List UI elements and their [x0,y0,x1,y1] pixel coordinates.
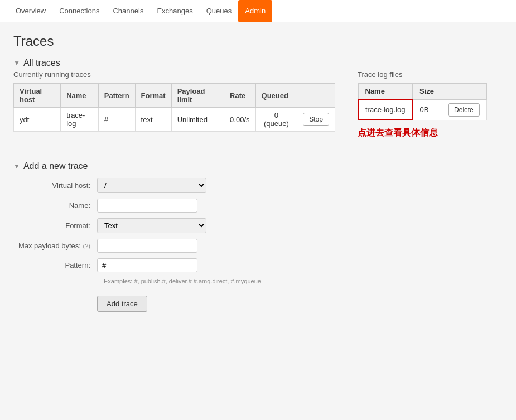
cell-format: text [135,108,171,132]
max-payload-label: Max payload bytes: (?) [13,242,97,250]
add-trace-button[interactable]: Add trace [97,296,147,312]
pattern-input-wrapper [97,258,197,272]
virtual-host-row: Virtual host: / ydt [13,178,503,193]
cell-payload-limit: Unlimited [171,108,224,132]
virtual-host-select[interactable]: / ydt [97,178,206,193]
delete-button[interactable]: Delete [448,103,480,117]
format-row: Format: Text JSON [13,218,503,233]
name-input[interactable] [97,199,197,213]
col-name: Name [61,84,99,108]
traces-left-panel: Currently running traces Virtual host Na… [13,70,335,143]
page-content: Traces ▼ All traces Currently running tr… [0,22,516,323]
virtual-host-input-wrapper: / ydt [97,178,206,193]
cell-pattern: # [98,108,135,132]
format-input-wrapper: Text JSON [97,218,206,233]
col-pattern: Pattern [98,84,135,108]
traces-table: Virtual host Name Pattern Format Payload… [13,83,335,132]
traces-main-layout: Currently running traces Virtual host Na… [13,70,503,143]
log-file-size: 0B [413,99,441,120]
col-queued: Queued [255,84,297,108]
section-arrow: ▼ [13,59,20,67]
name-row: Name: [13,199,503,213]
max-payload-label-text: Max payload bytes: [18,242,81,250]
add-trace-section: ▼ Add a new trace Virtual host: / ydt Na… [13,161,503,312]
traces-right-panel: Trace log files Name Size trace-log.log … [358,70,503,139]
log-file-name[interactable]: trace-log.log [358,99,413,120]
log-file-delete: Delete [441,99,487,120]
log-files-table: Name Size trace-log.log 0B Delete [358,83,487,120]
nav-exchanges[interactable]: Exchanges [150,0,199,22]
col-payload-limit: Payload limit [171,84,224,108]
col-virtual-host: Virtual host [14,84,61,108]
all-traces-section: ▼ All traces Currently running traces Vi… [13,58,503,143]
name-label: Name: [13,201,97,210]
add-section-arrow: ▼ [13,162,20,170]
add-button-wrapper: Add trace [13,291,503,312]
all-traces-label: All traces [23,58,60,68]
pattern-input[interactable] [97,258,197,272]
cell-stop: Stop [297,108,335,132]
nav-queues[interactable]: Queues [200,0,239,22]
trace-log-files-label: Trace log files [358,70,503,79]
pattern-label: Pattern: [13,261,97,269]
name-input-wrapper [97,199,197,213]
nav-channels[interactable]: Channels [106,0,150,22]
col-rate: Rate [224,84,255,108]
divider [13,152,503,152]
all-traces-header: ▼ All traces [13,58,503,68]
cell-virtual-host: ydt [14,108,61,132]
col-action [297,84,335,108]
format-select[interactable]: Text JSON [97,218,206,233]
log-col-action [441,84,487,100]
annotation-text: 点进去查看具体信息 [358,127,503,139]
max-payload-input-wrapper [97,239,197,253]
max-payload-row: Max payload bytes: (?) [13,239,503,253]
cell-queued: 0 (queue) [255,108,297,132]
nav-connections[interactable]: Connections [52,0,106,22]
nav-admin[interactable]: Admin [238,0,272,22]
pattern-row: Pattern: [13,258,503,272]
virtual-host-label: Virtual host: [13,181,97,190]
log-col-name: Name [358,84,413,100]
stop-button[interactable]: Stop [303,113,329,126]
page-title: Traces [13,33,503,49]
log-col-size: Size [413,84,441,100]
add-trace-label: Add a new trace [23,161,88,171]
nav-overview[interactable]: Overview [9,0,52,22]
log-file-row: trace-log.log 0B Delete [358,99,486,120]
cell-rate: 0.00/s [224,108,255,132]
format-label: Format: [13,221,97,230]
cell-name: trace-log [61,108,99,132]
max-payload-input[interactable] [97,239,197,253]
main-nav: Overview Connections Channels Exchanges … [0,0,516,22]
table-row: ydt trace-log # text Unlimited 0.00/s 0 … [14,108,335,132]
max-payload-help: (?) [83,243,90,249]
add-trace-form: Virtual host: / ydt Name: Format: [13,178,503,312]
col-format: Format [135,84,171,108]
running-label: Currently running traces [13,70,335,79]
add-trace-header: ▼ Add a new trace [13,161,503,171]
pattern-examples: Examples: #, publish.#, deliver.# #.amq.… [97,278,503,284]
